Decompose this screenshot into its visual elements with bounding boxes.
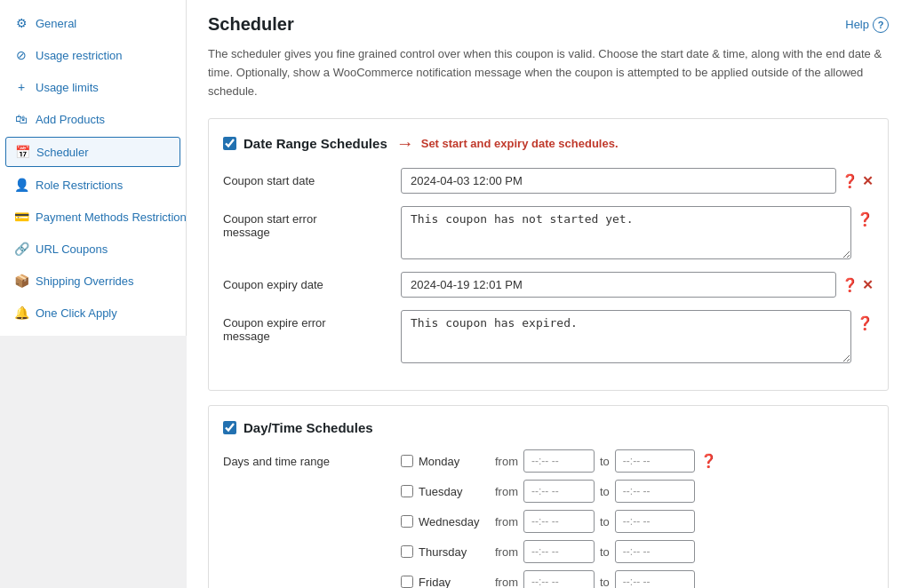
role-restrictions-icon: 👤 xyxy=(14,178,28,192)
day-label-tuesday: Tuesday xyxy=(419,485,462,498)
coupon-start-error-input[interactable]: This coupon has not started yet. xyxy=(401,206,851,259)
from-input-tuesday[interactable] xyxy=(523,480,595,503)
expiry-error-help-icon[interactable]: ❓ xyxy=(857,315,874,331)
to-label-tuesday: to xyxy=(600,485,610,498)
expiry-date-clear-icon[interactable]: ✕ xyxy=(862,277,874,293)
sidebar-label-scheduler: Scheduler xyxy=(36,146,89,159)
from-label-tuesday: from xyxy=(495,485,518,498)
to-label-wednesday: to xyxy=(600,515,610,528)
day-checkbox-thursday[interactable] xyxy=(401,545,413,558)
day-label-wednesday: Wednesday xyxy=(419,515,479,528)
day-label-monday: Monday xyxy=(419,455,459,468)
sidebar-label-shipping-overrides: Shipping Overrides xyxy=(36,274,134,288)
date-range-title: Date Range Schedules xyxy=(243,136,387,151)
from-input-thursday[interactable] xyxy=(523,540,595,563)
daytime-checkbox[interactable] xyxy=(223,421,236,434)
sidebar-item-one-click-apply[interactable]: 🔔One Click Apply xyxy=(0,297,186,329)
daytime-checkbox-label[interactable]: Day/Time Schedules xyxy=(223,420,373,435)
to-input-thursday[interactable] xyxy=(615,540,695,563)
date-range-arrow-text: Set start and expiry date schedules. xyxy=(421,137,619,150)
add-products-icon: 🛍 xyxy=(14,112,28,126)
help-link[interactable]: Help ? xyxy=(845,17,889,33)
from-label-monday: from xyxy=(495,455,518,468)
date-range-checkbox[interactable] xyxy=(223,137,236,150)
sidebar-item-shipping-overrides[interactable]: 📦Shipping Overrides xyxy=(0,265,186,297)
sidebar-label-usage-limits: Usage limits xyxy=(36,81,99,94)
general-icon: ⚙ xyxy=(14,16,28,30)
daytime-section: Day/Time Schedules Days and time range M… xyxy=(208,405,889,588)
sidebar-item-role-restrictions[interactable]: 👤Role Restrictions xyxy=(0,169,186,201)
coupon-expiry-error-input[interactable]: This coupon has expired. xyxy=(401,310,851,363)
sidebar-label-add-products: Add Products xyxy=(36,113,105,126)
days-time-range-row: Days and time range Monday from to Tuesd… xyxy=(223,449,874,588)
shipping-overrides-icon: 📦 xyxy=(14,274,28,288)
to-input-monday[interactable] xyxy=(615,449,695,473)
coupon-start-date-label: Coupon start date xyxy=(223,168,401,187)
from-input-wednesday[interactable] xyxy=(523,510,595,533)
day-checkbox-friday[interactable] xyxy=(401,576,413,588)
payment-methods-icon: 💳 xyxy=(14,210,28,224)
day-checkbox-tuesday[interactable] xyxy=(401,485,413,497)
day-row-tuesday: Tuesday from to xyxy=(401,480,695,503)
to-input-wednesday[interactable] xyxy=(615,510,695,533)
sidebar-item-url-coupons[interactable]: 🔗URL Coupons xyxy=(0,233,186,265)
page-title: Scheduler xyxy=(208,14,294,35)
to-input-friday[interactable] xyxy=(615,570,695,588)
coupon-start-date-input[interactable] xyxy=(401,168,836,194)
sidebar-item-scheduler[interactable]: 📅Scheduler xyxy=(5,137,180,167)
start-date-help-icon[interactable]: ❓ xyxy=(842,173,858,189)
date-range-arrow-label: → Set start and expiry date schedules. xyxy=(396,133,619,154)
coupon-expiry-date-label: Coupon expiry date xyxy=(223,272,401,291)
day-row-monday: Monday from to xyxy=(401,449,695,473)
url-coupons-icon: 🔗 xyxy=(14,242,28,256)
page-description: The scheduler gives you fine grained con… xyxy=(208,45,889,100)
sidebar-item-add-products[interactable]: 🛍Add Products xyxy=(0,103,186,135)
expiry-date-help-icon[interactable]: ❓ xyxy=(842,277,858,293)
daytime-title: Day/Time Schedules xyxy=(243,420,373,435)
sidebar-label-payment-methods: Payment Methods Restriction xyxy=(36,211,187,224)
day-row-thursday: Thursday from to xyxy=(401,540,695,563)
day-row-wednesday: Wednesday from to xyxy=(401,510,695,533)
coupon-start-error-row: Coupon start error message This coupon h… xyxy=(223,206,874,259)
sidebar-item-payment-methods[interactable]: 💳Payment Methods Restriction xyxy=(0,201,186,233)
from-input-monday[interactable] xyxy=(523,449,595,473)
sidebar-item-usage-limits[interactable]: +Usage limits xyxy=(0,71,186,103)
usage-limits-icon: + xyxy=(14,80,28,94)
to-label-monday: to xyxy=(600,455,610,468)
sidebar-label-role-restrictions: Role Restrictions xyxy=(36,179,123,192)
scheduler-icon: 📅 xyxy=(15,145,29,159)
date-range-section: Date Range Schedules → Set start and exp… xyxy=(208,118,889,391)
usage-restriction-icon: ⊘ xyxy=(14,48,28,62)
from-label-thursday: from xyxy=(495,545,518,559)
from-label-wednesday: from xyxy=(495,515,518,528)
sidebar-item-usage-restriction[interactable]: ⊘Usage restriction xyxy=(0,39,186,71)
to-input-tuesday[interactable] xyxy=(615,480,695,503)
one-click-apply-icon: 🔔 xyxy=(14,306,28,320)
to-label-thursday: to xyxy=(600,545,610,559)
date-range-checkbox-label[interactable]: Date Range Schedules xyxy=(223,136,387,151)
day-checkbox-wednesday[interactable] xyxy=(401,515,413,528)
help-label: Help xyxy=(845,18,869,31)
from-input-friday[interactable] xyxy=(523,570,595,588)
day-label-friday: Friday xyxy=(419,576,451,588)
days-time-range-label: Days and time range xyxy=(223,449,401,468)
days-help-icon[interactable]: ❓ xyxy=(700,453,717,469)
start-error-help-icon[interactable]: ❓ xyxy=(857,211,874,227)
coupon-expiry-error-label: Coupon expire error message xyxy=(223,310,401,343)
day-label-thursday: Thursday xyxy=(419,545,467,559)
sidebar: ⚙General⊘Usage restriction+Usage limits🛍… xyxy=(0,0,187,588)
day-checkbox-monday[interactable] xyxy=(401,455,413,467)
coupon-expiry-error-row: Coupon expire error message This coupon … xyxy=(223,310,874,363)
from-label-friday: from xyxy=(495,576,518,588)
main-content: Scheduler Help ? The scheduler gives you… xyxy=(187,0,910,588)
coupon-expiry-date-row: Coupon expiry date ❓ ✕ xyxy=(223,272,874,298)
day-row-friday: Friday from to xyxy=(401,570,695,588)
coupon-start-date-row: Coupon start date ❓ ✕ xyxy=(223,168,874,194)
sidebar-item-general[interactable]: ⚙General xyxy=(0,7,186,39)
coupon-expiry-date-input[interactable] xyxy=(401,272,836,298)
arrow-right-icon: → xyxy=(396,133,414,154)
to-label-friday: to xyxy=(600,576,610,588)
start-date-clear-icon[interactable]: ✕ xyxy=(862,173,874,189)
coupon-start-error-label: Coupon start error message xyxy=(223,206,401,239)
sidebar-label-url-coupons: URL Coupons xyxy=(36,242,108,256)
